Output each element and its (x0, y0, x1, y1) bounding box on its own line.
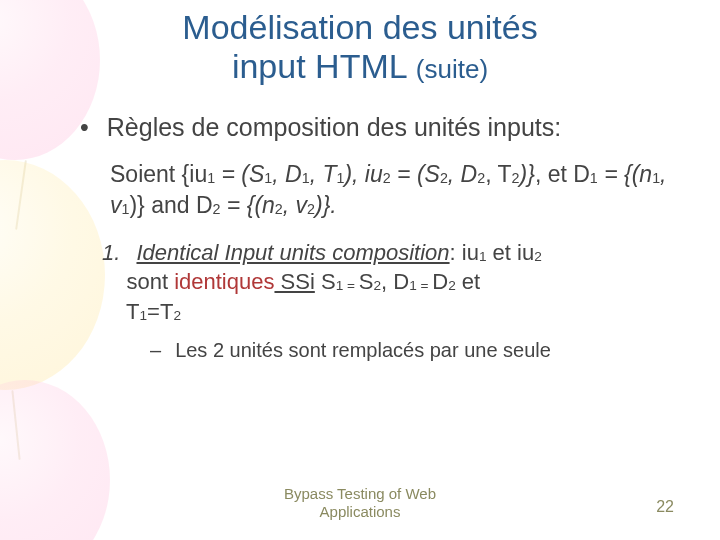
dash-marker: – (150, 339, 161, 362)
page-number: 22 (656, 498, 674, 516)
slide-title: Modélisation des unités input HTML (suit… (40, 8, 680, 86)
bullet-marker: • (80, 112, 89, 143)
sub-bullet-text: Les 2 unités sont remplacés par une seul… (175, 339, 551, 362)
title-suite: (suite) (416, 54, 488, 84)
rule-title: Identical Input units composition (136, 240, 449, 265)
bullet-item: • Règles de composition des unités input… (80, 112, 680, 143)
footer-text: Bypass Testing of Web Applications (0, 485, 720, 523)
formula-text: Soient {iu1 = (S1, D1, T1), iu2 = (S2, D… (110, 159, 680, 221)
title-line1: Modélisation des unités (182, 8, 537, 46)
rule-number: 1. (102, 240, 120, 265)
sub-bullet: – Les 2 unités sont remplacés par une se… (150, 339, 680, 362)
bullet-text: Règles de composition des unités inputs: (107, 112, 561, 143)
rule-item: 1. Identical Input units composition: iu… (102, 238, 680, 327)
title-line2: input HTML (232, 47, 416, 85)
